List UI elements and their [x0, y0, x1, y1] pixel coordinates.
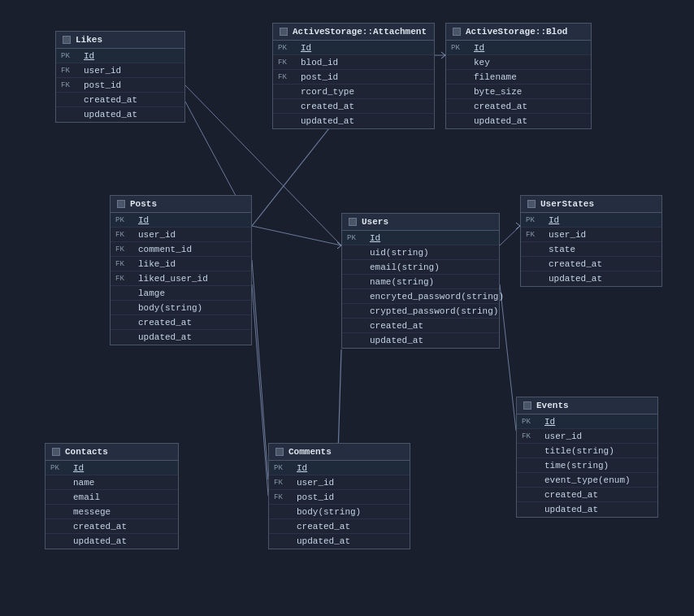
table-row: body(string) [111, 301, 251, 315]
row-field-name: Id [474, 43, 484, 53]
table-row: updated_at [46, 534, 178, 549]
row-key: FK [61, 67, 84, 75]
table-icon [453, 28, 461, 36]
table-row: created_at [521, 257, 661, 271]
table-row: updated_at [111, 330, 251, 345]
row-field-name: created_at [301, 102, 354, 111]
row-key: PK [50, 464, 73, 472]
table-title: Users [362, 217, 388, 227]
table-row: FKpost_id [56, 78, 184, 93]
table-row: email [46, 490, 178, 505]
table-header-events: Events [517, 397, 657, 414]
row-field-name: user_id [138, 230, 176, 240]
table-row: FKuser_id [269, 475, 410, 490]
table-icon [117, 200, 125, 208]
table-icon [527, 200, 536, 208]
row-key: FK [526, 231, 549, 239]
row-field-name: created_at [549, 259, 602, 269]
table-row: PKId [269, 461, 410, 475]
table-users: UsersPKIduid(string)email(string)name(st… [341, 213, 500, 349]
table-row: byte_size [446, 85, 591, 99]
table-row: created_at [517, 488, 657, 502]
table-header-activeStorageAttachment: ActiveStorage::Attachment [273, 24, 434, 41]
svg-line-9 [252, 260, 268, 479]
row-key: PK [278, 44, 301, 52]
table-title: ActiveStorage::Attachment [293, 27, 427, 37]
table-row: updated_at [56, 107, 184, 122]
table-row: event_type(enum) [517, 473, 657, 488]
table-row: created_at [269, 519, 410, 534]
row-field-name: key [474, 58, 490, 67]
table-row: body(string) [269, 505, 410, 519]
table-row: uid(string) [342, 245, 499, 260]
row-field-name: liked_user_id [138, 274, 208, 284]
row-field-name: blod_id [301, 58, 338, 67]
row-field-name: user_id [297, 478, 334, 488]
table-header-posts: Posts [111, 196, 251, 213]
row-key: PK [274, 464, 297, 472]
table-row: updated_at [273, 114, 434, 128]
row-key: PK [526, 216, 549, 224]
table-row: time(string) [517, 458, 657, 473]
row-field-name: user_id [84, 66, 121, 76]
table-row: updated_at [446, 114, 591, 128]
row-field-name: created_at [544, 490, 598, 500]
row-field-name: updated_at [544, 505, 598, 514]
table-row: crypted_password(string) [342, 304, 499, 319]
row-field-name: body(string) [138, 303, 202, 313]
svg-line-2 [252, 226, 341, 245]
table-row: filename [446, 70, 591, 85]
row-field-name: created_at [297, 522, 350, 531]
row-field-name: state [549, 245, 575, 254]
table-contacts: ContactsPKIdnameemailmessegecreated_atup… [45, 443, 179, 549]
table-row: FKliked_user_id [111, 271, 251, 286]
row-field-name: created_at [84, 95, 137, 105]
row-key: PK [347, 234, 370, 242]
table-row: created_at [342, 319, 499, 333]
table-row: updated_at [342, 333, 499, 348]
table-row: updated_at [521, 271, 661, 286]
row-field-name: Id [84, 51, 94, 61]
row-key: FK [61, 81, 84, 89]
row-field-name: updated_at [549, 274, 602, 284]
row-field-name: updated_at [297, 536, 350, 546]
table-row: PKId [517, 414, 657, 429]
row-key: FK [115, 231, 138, 239]
row-field-name: messege [73, 507, 111, 517]
row-field-name: updated_at [301, 116, 354, 126]
table-title: Comments [288, 447, 332, 457]
table-row: state [521, 242, 661, 257]
table-row: PKId [446, 41, 591, 55]
row-field-name: created_at [474, 102, 527, 111]
row-key: FK [278, 73, 301, 81]
svg-line-6 [500, 284, 516, 431]
row-field-name: event_type(enum) [544, 475, 631, 485]
row-field-name: post_id [297, 492, 334, 502]
row-field-name: encryted_password(string) [370, 292, 504, 301]
row-field-name: Id [297, 463, 307, 473]
row-field-name: time(string) [544, 461, 609, 471]
table-icon [275, 448, 284, 456]
table-row: PKId [273, 41, 434, 55]
row-field-name: Id [544, 417, 555, 427]
row-field-name: uid(string) [370, 248, 429, 258]
row-key: FK [274, 479, 297, 487]
table-title: ActiveStorage::Blod [466, 27, 567, 37]
row-field-name: rcord_type [301, 87, 354, 97]
table-userStates: UserStatesPKIdFKuser_idstatecreated_atup… [520, 195, 662, 287]
table-row: created_at [56, 93, 184, 107]
row-field-name: post_id [301, 72, 338, 82]
row-field-name: user_id [544, 432, 582, 441]
table-header-comments: Comments [269, 444, 410, 461]
row-field-name: updated_at [138, 332, 192, 342]
row-field-name: updated_at [474, 116, 527, 126]
table-likes: LikesPKIdFKuser_idFKpost_idcreated_atupd… [55, 31, 185, 123]
table-row: created_at [46, 519, 178, 534]
table-events: EventsPKIdFKuser_idtitle(string)time(str… [516, 397, 658, 518]
svg-line-5 [500, 226, 520, 245]
row-field-name: created_at [73, 522, 127, 531]
table-row: encryted_password(string) [342, 289, 499, 304]
row-key: FK [115, 260, 138, 268]
row-field-name: Id [370, 233, 380, 243]
table-row: FKuser_id [517, 429, 657, 444]
